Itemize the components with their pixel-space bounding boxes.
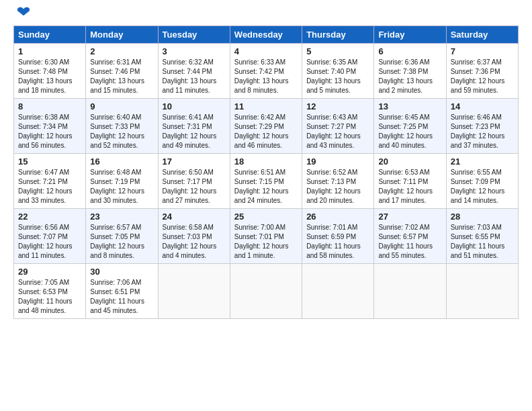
weekday-header-thursday: Thursday (302, 26, 374, 44)
cell-info: Sunrise: 6:43 AMSunset: 7:27 PMDaylight:… (306, 113, 361, 149)
cell-info: Sunrise: 7:02 AMSunset: 6:57 PMDaylight:… (378, 224, 433, 259)
calendar-cell: 21 Sunrise: 6:55 AMSunset: 7:09 PMDaylig… (446, 154, 518, 209)
day-number: 6 (378, 46, 441, 56)
day-number: 21 (451, 156, 514, 167)
calendar-cell: 15 Sunrise: 6:47 AMSunset: 7:21 PMDaylig… (14, 154, 86, 209)
page: SundayMondayTuesdayWednesdayThursdayFrid… (0, 0, 532, 330)
cell-info: Sunrise: 6:55 AMSunset: 7:09 PMDaylight:… (451, 169, 505, 204)
weekday-header-sunday: Sunday (14, 26, 86, 44)
weekday-header-saturday: Saturday (446, 26, 518, 44)
cell-info: Sunrise: 7:05 AMSunset: 6:53 PMDaylight:… (18, 279, 73, 314)
day-number: 19 (306, 156, 369, 167)
calendar-cell: 3 Sunrise: 6:32 AMSunset: 7:44 PMDayligh… (158, 44, 230, 99)
calendar-cell: 13 Sunrise: 6:45 AMSunset: 7:25 PMDaylig… (374, 99, 446, 154)
calendar-cell: 12 Sunrise: 6:43 AMSunset: 7:27 PMDaylig… (302, 99, 374, 154)
calendar-cell: 16 Sunrise: 6:48 AMSunset: 7:19 PMDaylig… (86, 154, 158, 209)
weekday-header-wednesday: Wednesday (230, 26, 302, 44)
day-number: 27 (378, 212, 441, 222)
calendar-cell: 23 Sunrise: 6:57 AMSunset: 7:05 PMDaylig… (86, 209, 158, 264)
cell-info: Sunrise: 6:37 AMSunset: 7:36 PMDaylight:… (451, 58, 505, 94)
day-number: 18 (234, 156, 298, 167)
weekday-header-tuesday: Tuesday (158, 26, 230, 44)
cell-info: Sunrise: 6:58 AMSunset: 7:03 PMDaylight:… (163, 224, 217, 259)
calendar-table: SundayMondayTuesdayWednesdayThursdayFrid… (13, 26, 519, 319)
day-number: 13 (378, 101, 441, 111)
calendar-cell: 30 Sunrise: 7:06 AMSunset: 6:51 PMDaylig… (86, 264, 158, 319)
day-number: 9 (90, 101, 153, 111)
day-number: 24 (163, 212, 226, 222)
day-number: 3 (163, 46, 226, 56)
calendar-cell: 18 Sunrise: 6:51 AMSunset: 7:15 PMDaylig… (230, 154, 302, 209)
cell-info: Sunrise: 6:32 AMSunset: 7:44 PMDaylight:… (163, 58, 217, 94)
calendar-cell: 5 Sunrise: 6:35 AMSunset: 7:40 PMDayligh… (302, 44, 374, 99)
cell-info: Sunrise: 6:38 AMSunset: 7:34 PMDaylight:… (18, 113, 73, 149)
cell-info: Sunrise: 6:57 AMSunset: 7:05 PMDaylight:… (90, 224, 144, 259)
day-number: 30 (90, 267, 153, 277)
day-number: 22 (18, 212, 81, 222)
calendar-cell: 11 Sunrise: 6:42 AMSunset: 7:29 PMDaylig… (230, 99, 302, 154)
cell-info: Sunrise: 6:56 AMSunset: 7:07 PMDaylight:… (18, 224, 73, 259)
calendar-cell: 8 Sunrise: 6:38 AMSunset: 7:34 PMDayligh… (14, 99, 86, 154)
calendar-cell (302, 264, 374, 319)
calendar-cell: 14 Sunrise: 6:46 AMSunset: 7:23 PMDaylig… (446, 99, 518, 154)
day-number: 7 (451, 46, 514, 56)
cell-info: Sunrise: 6:48 AMSunset: 7:19 PMDaylight:… (90, 169, 144, 204)
calendar-cell: 17 Sunrise: 6:50 AMSunset: 7:17 PMDaylig… (158, 154, 230, 209)
cell-info: Sunrise: 7:06 AMSunset: 6:51 PMDaylight:… (90, 279, 144, 314)
day-number: 28 (451, 212, 514, 222)
calendar-cell (158, 264, 230, 319)
cell-info: Sunrise: 6:31 AMSunset: 7:46 PMDaylight:… (90, 58, 144, 94)
calendar-cell: 10 Sunrise: 6:41 AMSunset: 7:31 PMDaylig… (158, 99, 230, 154)
day-number: 10 (163, 101, 226, 111)
day-number: 11 (234, 101, 298, 111)
cell-info: Sunrise: 7:03 AMSunset: 6:55 PMDaylight:… (451, 224, 505, 259)
calendar-cell: 27 Sunrise: 7:02 AMSunset: 6:57 PMDaylig… (374, 209, 446, 264)
day-number: 5 (306, 46, 369, 56)
weekday-header-monday: Monday (86, 26, 158, 44)
day-number: 14 (451, 101, 514, 111)
day-number: 4 (234, 46, 298, 56)
calendar-cell: 20 Sunrise: 6:53 AMSunset: 7:11 PMDaylig… (374, 154, 446, 209)
day-number: 29 (18, 267, 81, 277)
day-number: 1 (18, 46, 81, 56)
calendar-cell: 2 Sunrise: 6:31 AMSunset: 7:46 PMDayligh… (86, 44, 158, 99)
calendar-cell (374, 264, 446, 319)
cell-info: Sunrise: 6:46 AMSunset: 7:23 PMDaylight:… (451, 113, 505, 149)
cell-info: Sunrise: 6:35 AMSunset: 7:40 PMDaylight:… (306, 58, 361, 94)
calendar-cell (446, 264, 518, 319)
cell-info: Sunrise: 6:41 AMSunset: 7:31 PMDaylight:… (163, 113, 217, 149)
day-number: 23 (90, 212, 153, 222)
day-number: 15 (18, 156, 81, 167)
calendar-cell (230, 264, 302, 319)
cell-info: Sunrise: 6:40 AMSunset: 7:33 PMDaylight:… (90, 113, 144, 149)
cell-info: Sunrise: 6:42 AMSunset: 7:29 PMDaylight:… (234, 113, 289, 149)
day-number: 17 (163, 156, 226, 167)
cell-info: Sunrise: 7:01 AMSunset: 6:59 PMDaylight:… (306, 224, 361, 259)
day-number: 12 (306, 101, 369, 111)
calendar-cell: 26 Sunrise: 7:01 AMSunset: 6:59 PMDaylig… (302, 209, 374, 264)
cell-info: Sunrise: 6:47 AMSunset: 7:21 PMDaylight:… (18, 169, 73, 204)
cell-info: Sunrise: 6:30 AMSunset: 7:48 PMDaylight:… (18, 58, 73, 94)
header (13, 11, 519, 20)
day-number: 25 (234, 212, 298, 222)
cell-info: Sunrise: 6:51 AMSunset: 7:15 PMDaylight:… (234, 169, 289, 204)
calendar-cell: 25 Sunrise: 7:00 AMSunset: 7:01 PMDaylig… (230, 209, 302, 264)
cell-info: Sunrise: 6:36 AMSunset: 7:38 PMDaylight:… (378, 58, 433, 94)
calendar-cell: 4 Sunrise: 6:33 AMSunset: 7:42 PMDayligh… (230, 44, 302, 99)
weekday-header-friday: Friday (374, 26, 446, 44)
calendar-cell: 19 Sunrise: 6:52 AMSunset: 7:13 PMDaylig… (302, 154, 374, 209)
cell-info: Sunrise: 6:45 AMSunset: 7:25 PMDaylight:… (378, 113, 433, 149)
cell-info: Sunrise: 6:50 AMSunset: 7:17 PMDaylight:… (163, 169, 217, 204)
logo (13, 11, 31, 20)
calendar-cell: 29 Sunrise: 7:05 AMSunset: 6:53 PMDaylig… (14, 264, 86, 319)
day-number: 8 (18, 101, 81, 111)
cell-info: Sunrise: 6:52 AMSunset: 7:13 PMDaylight:… (306, 169, 361, 204)
day-number: 16 (90, 156, 153, 167)
calendar-cell: 9 Sunrise: 6:40 AMSunset: 7:33 PMDayligh… (86, 99, 158, 154)
day-number: 20 (378, 156, 441, 167)
day-number: 2 (90, 46, 153, 56)
day-number: 26 (306, 212, 369, 222)
cell-info: Sunrise: 6:53 AMSunset: 7:11 PMDaylight:… (378, 169, 433, 204)
logo-bird-icon (16, 5, 31, 20)
calendar-cell: 28 Sunrise: 7:03 AMSunset: 6:55 PMDaylig… (446, 209, 518, 264)
